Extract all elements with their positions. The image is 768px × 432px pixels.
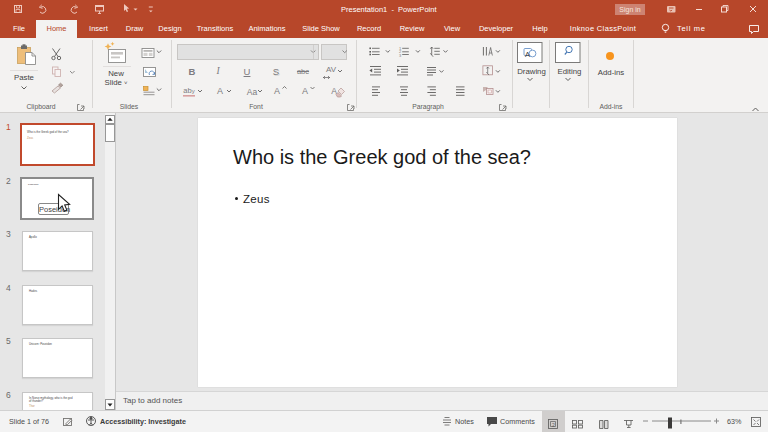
svg-text:A: A xyxy=(525,50,530,59)
svg-text:2: 2 xyxy=(552,422,555,428)
svg-text:3: 3 xyxy=(399,53,402,58)
